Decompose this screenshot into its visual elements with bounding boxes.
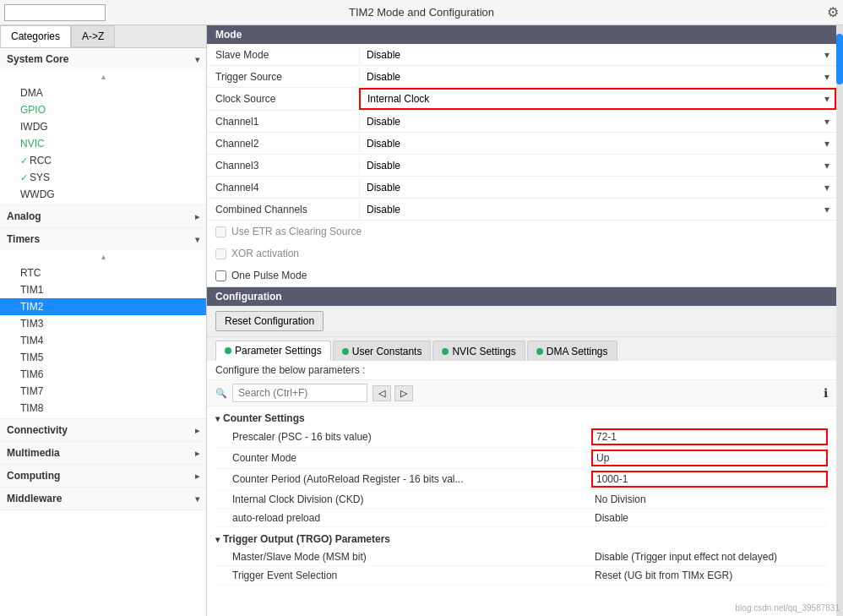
sidebar: Categories A->Z System Core ▾ ▴ DMA GPIO… [0, 25, 207, 616]
chevron-right-icon: ▸ [195, 212, 199, 221]
sidebar-item-tim7[interactable]: TIM7 [0, 383, 206, 400]
slave-mode-select[interactable]: Disable [359, 46, 836, 64]
mode-row-trigger-source: Trigger Source Disable ▾ [207, 66, 836, 88]
sidebar-item-tim4[interactable]: TIM4 [0, 332, 206, 349]
tab-dma-label: DMA Settings [547, 346, 608, 357]
tab-categories[interactable]: Categories [0, 25, 71, 47]
channel3-select-wrapper: Disable ▾ [359, 156, 836, 175]
checkbox-etr-input[interactable] [215, 226, 226, 237]
section-label-computing: Computing [7, 470, 60, 482]
param-value-prescaler[interactable]: 72-1 [591, 428, 828, 445]
section-multimedia: Multimedia ▸ [0, 442, 206, 465]
channel2-select-wrapper: Disable ▾ [359, 134, 836, 153]
mode-row-combined-channels: Combined Channels Disable ▾ [207, 199, 836, 221]
sidebar-item-nvic[interactable]: NVIC [0, 135, 206, 152]
sidebar-item-tim6[interactable]: TIM6 [0, 366, 206, 383]
param-value-counter-mode[interactable]: Up [591, 450, 828, 466]
section-header-timers[interactable]: Timers ▾ [0, 228, 206, 250]
combined-channels-select-wrapper: Disable ▾ [359, 200, 836, 219]
tab-parameter-settings[interactable]: Parameter Settings [215, 341, 331, 361]
top-search-input[interactable] [4, 4, 106, 21]
channel1-select[interactable]: Disable [359, 112, 836, 131]
vertical-scrollbar[interactable] [836, 25, 843, 616]
reset-configuration-button[interactable]: Reset Configuration [215, 311, 324, 331]
gear-icon[interactable]: ⚙ [827, 4, 839, 20]
params-search-bar: 🔍 ◁ ▷ ℹ [207, 380, 836, 406]
timers-items: RTC TIM1 TIM2 TIM3 TIM4 TIM5 TIM6 TIM7 T… [0, 263, 206, 418]
sidebar-item-iwdg[interactable]: IWDG [0, 118, 206, 135]
section-header-middleware[interactable]: Middleware ▾ [0, 488, 206, 510]
tab-user-constants[interactable]: User Constants [333, 341, 432, 361]
channel4-select[interactable]: Disable [359, 178, 836, 197]
params-nav-buttons: ◁ ▷ [373, 385, 413, 401]
section-header-system-core[interactable]: System Core ▾ [0, 48, 206, 70]
section-connectivity: Connectivity ▸ [0, 419, 206, 442]
sidebar-item-wwdg[interactable]: WWDG [0, 186, 206, 203]
label-channel1: Channel1 [207, 112, 359, 131]
label-channel2: Channel2 [207, 134, 359, 153]
sidebar-item-tim2[interactable]: TIM2 [0, 298, 206, 315]
param-name-counter-period: Counter Period (AutoReload Register - 16… [232, 473, 591, 485]
group-header-trgo[interactable]: ▾ Trigger Output (TRGO) Parameters [215, 531, 828, 548]
label-channel3: Channel3 [207, 156, 359, 175]
param-value-autoreload[interactable]: Disable [591, 511, 828, 525]
tab-atoz[interactable]: A->Z [71, 25, 115, 47]
checkbox-xor-input[interactable] [215, 248, 226, 259]
top-bar: TIM2 Mode and Configuration ⚙ [0, 0, 843, 25]
chevron-down-icon-mid: ▾ [195, 494, 199, 504]
param-value-msm[interactable]: Disable (Trigger input effect not delaye… [591, 550, 828, 564]
section-header-connectivity[interactable]: Connectivity ▸ [0, 419, 206, 441]
tab-nvic-settings[interactable]: NVIC Settings [432, 341, 525, 361]
group-label-counter: Counter Settings [223, 412, 305, 424]
group-counter-settings: ▾ Counter Settings Prescaler (PSC - 16 b… [215, 410, 828, 527]
combined-channels-select[interactable]: Disable [359, 200, 836, 219]
mode-row-channel3: Channel3 Disable ▾ [207, 155, 836, 177]
section-label-system-core: System Core [7, 53, 68, 65]
param-value-clock-division[interactable]: No Division [591, 493, 828, 506]
scrollbar-thumb[interactable] [836, 34, 843, 84]
checkbox-one-pulse-input[interactable] [215, 270, 226, 281]
info-icon[interactable]: ℹ [824, 386, 828, 400]
sidebar-item-rcc[interactable]: ✓RCC [0, 152, 206, 169]
param-value-counter-period[interactable]: 1000-1 [591, 471, 828, 488]
section-header-multimedia[interactable]: Multimedia ▸ [0, 442, 206, 464]
sidebar-item-tim1[interactable]: TIM1 [0, 281, 206, 298]
sidebar-content: System Core ▾ ▴ DMA GPIO IWDG NVIC ✓RCC … [0, 48, 206, 616]
section-header-computing[interactable]: Computing ▸ [0, 465, 206, 487]
sidebar-item-tim5[interactable]: TIM5 [0, 349, 206, 366]
clock-source-select-wrapper: Internal Clock ▾ [359, 88, 836, 110]
param-name-clock-division: Internal Clock Division (CKD) [232, 493, 591, 505]
search-input[interactable] [232, 384, 367, 402]
sidebar-item-dma[interactable]: DMA [0, 84, 206, 101]
group-header-counter[interactable]: ▾ Counter Settings [215, 410, 828, 427]
channel2-select[interactable]: Disable [359, 134, 836, 153]
section-label-middleware: Middleware [7, 493, 62, 504]
clock-source-select[interactable]: Internal Clock [359, 88, 836, 110]
param-value-trigger-event[interactable]: Reset (UG bit from TIMx EGR) [591, 569, 828, 582]
sidebar-item-tim3[interactable]: TIM3 [0, 315, 206, 332]
param-name-counter-mode: Counter Mode [232, 452, 591, 464]
param-row-msm: Master/Slave Mode (MSM bit) Disable (Tri… [215, 548, 828, 566]
param-row-counter-period: Counter Period (AutoReload Register - 16… [215, 469, 828, 490]
section-header-analog[interactable]: Analog ▸ [0, 205, 206, 227]
sidebar-item-tim8[interactable]: TIM8 [0, 400, 206, 417]
prev-result-button[interactable]: ◁ [373, 385, 391, 401]
param-row-clock-division: Internal Clock Division (CKD) No Divisio… [215, 490, 828, 509]
mode-row-channel4: Channel4 Disable ▾ [207, 177, 836, 199]
channel3-select[interactable]: Disable [359, 156, 836, 175]
chevron-down-icon: ▾ [195, 55, 199, 64]
next-result-button[interactable]: ▷ [394, 385, 413, 401]
group-label-trgo: Trigger Output (TRGO) Parameters [223, 533, 390, 545]
params-content: ▾ Counter Settings Prescaler (PSC - 16 b… [207, 406, 836, 616]
tab-nvic-label: NVIC Settings [452, 346, 515, 357]
sidebar-item-sys[interactable]: ✓SYS [0, 169, 206, 186]
trigger-source-select[interactable]: Disable [359, 68, 836, 86]
right-panel: Mode Slave Mode Disable ▾ Trigger Source… [207, 25, 836, 616]
tab-dma-settings[interactable]: DMA Settings [527, 341, 617, 361]
active-dot-nvic [442, 348, 449, 355]
sidebar-item-rtc[interactable]: RTC [0, 264, 206, 281]
label-slave-mode: Slave Mode [207, 46, 359, 64]
sidebar-item-gpio[interactable]: GPIO [0, 101, 206, 118]
chevron-right-icon-conn: ▸ [195, 426, 199, 435]
param-row-prescaler: Prescaler (PSC - 16 bits value) 72-1 [215, 427, 828, 448]
